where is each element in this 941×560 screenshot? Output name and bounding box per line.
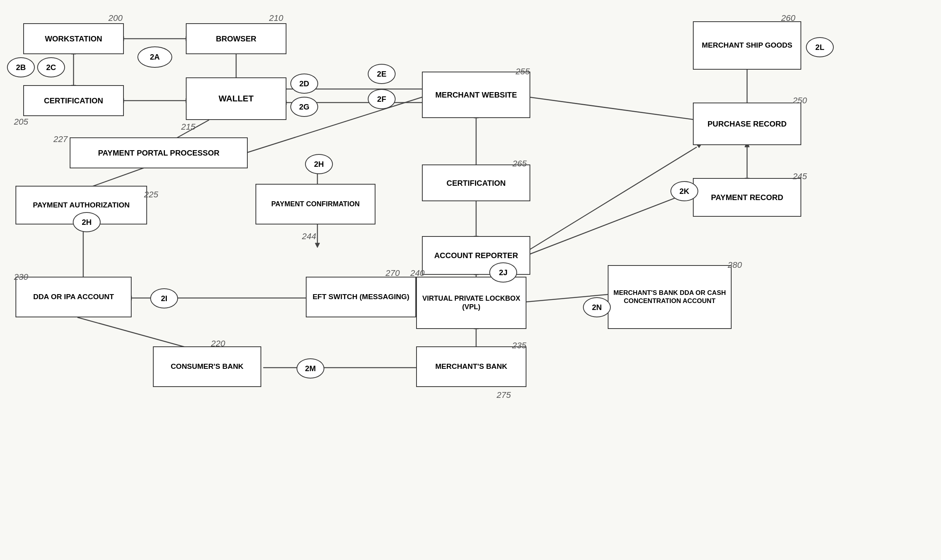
- ref-255: 255: [516, 67, 530, 77]
- svg-line-24: [526, 97, 697, 120]
- ref-215: 215: [181, 122, 195, 132]
- certification265-box: CERTIFICATION: [422, 164, 530, 201]
- ref-205: 205: [14, 117, 28, 127]
- merchant-ship-goods-box: MERCHANT SHIP GOODS: [693, 21, 801, 70]
- payment-portal-box: PAYMENT PORTAL PROCESSOR: [70, 137, 248, 168]
- ref-220: 220: [211, 339, 225, 349]
- ref-225: 225: [144, 190, 158, 200]
- purchase-record-box: PURCHASE RECORD: [693, 103, 801, 145]
- oval-2H-left: 2H: [73, 212, 101, 232]
- dda-or-ipa-box: DDA OR IPA ACCOUNT: [15, 277, 132, 317]
- ref-280: 280: [728, 260, 742, 270]
- ref-210: 210: [269, 13, 283, 23]
- oval-2L: 2L: [806, 37, 834, 57]
- payment-record-box: PAYMENT RECORD: [693, 178, 801, 217]
- ref-240: 240: [410, 268, 425, 278]
- oval-2B: 2B: [7, 57, 35, 77]
- oval-2E: 2E: [368, 64, 396, 84]
- oval-2I: 2I: [150, 288, 178, 308]
- ref-265: 265: [512, 159, 527, 169]
- merchants-bank-dda-box: MERCHANT'S BANK DDA OR CASH CONCENTRATIO…: [608, 265, 732, 329]
- svg-line-50: [77, 317, 190, 348]
- ref-227: 227: [53, 134, 68, 144]
- oval-2G: 2G: [290, 97, 318, 117]
- oval-2D: 2D: [290, 74, 318, 94]
- ref-230: 230: [14, 272, 28, 282]
- diagram-container: WORKSTATION BROWSER CERTIFICATION WALLET…: [0, 0, 941, 560]
- ref-270: 270: [386, 268, 400, 278]
- merchants-bank-box: MERCHANT'S BANK: [416, 346, 526, 387]
- payment-confirmation-box: PAYMENT CONFIRMATION: [255, 184, 375, 224]
- virtual-private-lockbox-box: VIRTUAL PRIVATE LOCKBOX (VPL): [416, 277, 526, 329]
- ref-275: 275: [497, 390, 511, 400]
- ref-250: 250: [793, 96, 807, 106]
- certification205-box: CERTIFICATION: [23, 85, 124, 116]
- workstation-box: WORKSTATION: [23, 23, 124, 54]
- oval-2N: 2N: [583, 297, 611, 317]
- ref-260: 260: [781, 13, 795, 23]
- oval-2H-top: 2H: [305, 154, 333, 174]
- oval-2M: 2M: [297, 358, 324, 378]
- oval-2J: 2J: [489, 262, 517, 283]
- eft-switch-box: EFT SWITCH (MESSAGING): [306, 277, 416, 317]
- svg-marker-59: [315, 243, 320, 248]
- consumers-bank-box: CONSUMER'S BANK: [153, 346, 261, 387]
- oval-2F: 2F: [368, 89, 396, 109]
- oval-2K: 2K: [670, 181, 698, 201]
- ref-200: 200: [108, 13, 123, 23]
- merchant-website-box: MERCHANT WEBSITE: [422, 72, 530, 118]
- wallet-box: WALLET: [186, 77, 286, 120]
- browser-box: BROWSER: [186, 23, 286, 54]
- ref-235: 235: [512, 341, 526, 351]
- ref-245: 245: [793, 171, 807, 182]
- svg-line-33: [526, 147, 697, 252]
- oval-2A: 2A: [137, 46, 172, 68]
- oval-2C: 2C: [37, 57, 65, 77]
- svg-line-35: [526, 190, 697, 255]
- ref-244: 244: [302, 231, 316, 241]
